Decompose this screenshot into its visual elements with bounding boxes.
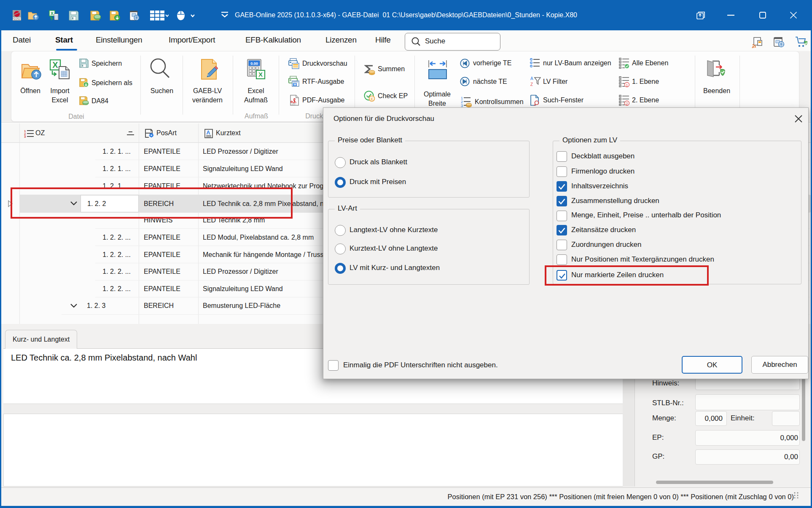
svg-text:Z: Z: [530, 82, 533, 87]
svg-text:3: 3: [24, 135, 26, 138]
svg-text:1: 1: [626, 83, 628, 87]
svg-text:X: X: [52, 60, 58, 70]
svg-text:€: €: [371, 97, 373, 101]
svg-text:X: X: [51, 11, 54, 16]
svg-text:2025: 2025: [13, 16, 21, 21]
svg-text:0.00: 0.00: [250, 61, 258, 66]
svg-text:3: 3: [461, 104, 463, 107]
svg-text:W: W: [293, 83, 296, 86]
svg-text:X: X: [258, 71, 263, 78]
svg-text:A: A: [530, 76, 533, 81]
svg-text:A: A: [206, 129, 210, 136]
svg-text:2: 2: [626, 102, 628, 106]
